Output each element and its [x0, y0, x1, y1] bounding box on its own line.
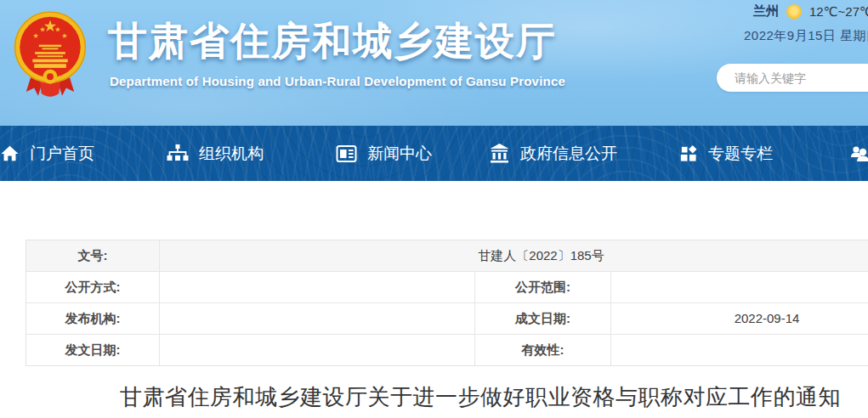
article-title: 甘肃省住房和城乡建设厅关于进一步做好职业资格与职称对应工作的通知 [0, 382, 868, 412]
publish-date-value [160, 335, 475, 365]
org-chart-icon [167, 144, 189, 163]
nav-item-interaction[interactable] [848, 126, 868, 181]
sun-icon [786, 4, 802, 20]
nav-item-organization[interactable]: 组织机构 [167, 126, 264, 181]
nav-item-label: 门户首页 [30, 143, 94, 165]
nav-item-home[interactable]: 门户首页 [0, 126, 94, 181]
site-header: 甘肃省住房和城乡建设厅 Department of Housing and Ur… [0, 0, 868, 126]
site-subtitle: Department of Housing and Urban-Rural De… [110, 74, 565, 88]
open-type-label: 公开方式: [26, 272, 160, 303]
written-date-label: 成文日期: [475, 303, 611, 335]
weather-temperature: 12℃~27℃ [809, 4, 868, 20]
validity-label: 有效性: [475, 335, 611, 365]
nav-item-topics[interactable]: 专题专栏 [678, 126, 773, 181]
written-date-value: 2022-09-14 [611, 303, 868, 335]
national-emblem-icon [10, 5, 90, 102]
news-icon [336, 144, 357, 163]
publish-date-label: 发文日期: [26, 335, 160, 365]
current-date: 2022年9月15日 星期四 [744, 28, 868, 44]
document-meta-table: 文号: 甘建人〔2022〕185号 公开方式: 公开范围: 发布机构: 成文日期… [26, 240, 868, 366]
open-type-value [160, 272, 475, 303]
search-input[interactable] [733, 71, 868, 86]
validity-value [611, 335, 868, 365]
gov-building-icon [489, 144, 510, 163]
open-scope-label: 公开范围: [475, 272, 611, 303]
main-nav: 门户首页 组织机构 新闻中心 政府信息公开 [0, 126, 868, 181]
nav-item-label: 组织机构 [199, 143, 264, 165]
publisher-label: 发布机构: [26, 303, 160, 335]
nav-item-label: 新闻中心 [367, 143, 432, 165]
site-title: 甘肃省住房和城乡建设厅 [108, 15, 565, 68]
open-scope-value [611, 272, 868, 303]
weather-widget: 兰州 12℃~27℃ [753, 3, 868, 20]
people-icon [848, 144, 868, 164]
nav-item-news[interactable]: 新闻中心 [336, 126, 432, 181]
search-box[interactable] [717, 64, 868, 92]
nav-item-gov-info[interactable]: 政府信息公开 [489, 126, 617, 181]
topics-grid-icon [678, 144, 698, 163]
publisher-value [160, 303, 475, 335]
doc-number-value: 甘建人〔2022〕185号 [160, 240, 868, 272]
nav-item-label: 专题专栏 [708, 143, 773, 165]
doc-number-label: 文号: [26, 240, 160, 272]
site-title-block: 甘肃省住房和城乡建设厅 Department of Housing and Ur… [108, 15, 565, 88]
weather-city: 兰州 [753, 3, 779, 20]
home-icon [0, 144, 20, 163]
page: { "header": { "site_title": "甘肃省住房和城乡建设厅… [0, 0, 868, 418]
nav-item-label: 政府信息公开 [520, 143, 617, 165]
